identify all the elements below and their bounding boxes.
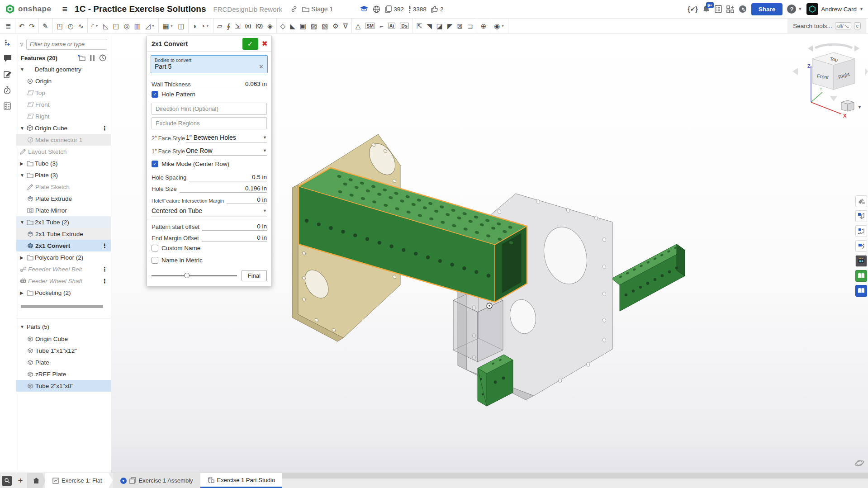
part-item-tube-2-x1-x8-[interactable]: Tube 2"x1"x8": [16, 380, 111, 392]
name-in-metric-row[interactable]: Name in Metric: [147, 254, 271, 266]
new-folder-icon[interactable]: [78, 55, 85, 61]
feature-item-plate-sketch[interactable]: Plate Sketch: [16, 181, 111, 193]
rib-button[interactable]: ▥: [132, 19, 143, 33]
gusset-button[interactable]: ◣: [288, 19, 298, 33]
view-cube-menu-button[interactable]: ▼: [841, 100, 862, 111]
bodies-to-convert-field[interactable]: Bodies to convert Part 5 ✕: [151, 55, 268, 73]
share-button[interactable]: Share: [751, 3, 783, 15]
hole-pattern-checkbox[interactable]: ✓: [152, 91, 158, 98]
bend-button[interactable]: ◥: [424, 19, 434, 33]
cut-list-icon[interactable]: [4, 102, 13, 111]
feature-item-2x1-tube-extrude[interactable]: 2x1 Tube Extrude: [16, 228, 111, 240]
right-green-tube[interactable]: [612, 244, 685, 311]
chevron-down-icon[interactable]: ▼: [20, 220, 27, 225]
tube-feature-button[interactable]: ▣: [298, 19, 308, 33]
boolean-button[interactable]: ◑: [190, 19, 199, 33]
redo-button[interactable]: ↷: [27, 19, 37, 33]
face1-style-dropdown[interactable]: One Row▼: [186, 147, 267, 156]
link-icon[interactable]: [290, 5, 298, 13]
mike-mode-checkbox[interactable]: ✓: [152, 161, 158, 167]
chevron-down-icon[interactable]: ▼: [20, 173, 27, 178]
context-dots-icon[interactable]: ⋮: [102, 278, 107, 284]
centered-on-tube-dropdown[interactable]: Centered on Tube▼: [152, 205, 267, 217]
face2-style-dropdown[interactable]: 1" Between Holes▼: [186, 134, 267, 142]
main-menu-icon[interactable]: ≡: [62, 4, 67, 14]
feature-item-feeeder-wheel-belt[interactable]: Feeeder Wheel Belt⋮: [16, 263, 111, 275]
clear-selection-icon[interactable]: ✕: [259, 63, 264, 70]
blue-doc-panel-button[interactable]: [855, 285, 867, 297]
hole-spacing-input[interactable]: 0.5 in: [189, 174, 267, 181]
suppress-pause-icon[interactable]: [90, 55, 95, 61]
frame-button[interactable]: ◇: [278, 19, 288, 33]
parts-header-row[interactable]: ▼ Parts (5): [16, 320, 111, 333]
feature-item-plate-3-[interactable]: ▼Plate (3): [16, 169, 111, 181]
part-item-origin-cube[interactable]: Origin Cube: [16, 333, 111, 345]
revolve-button[interactable]: ◴: [66, 19, 76, 33]
funnel-button[interactable]: ∇: [341, 19, 350, 33]
part-item-plate[interactable]: Plate: [16, 356, 111, 368]
context-dots-icon[interactable]: ⋮: [102, 125, 107, 132]
feature-item-origin[interactable]: Origin: [16, 75, 111, 87]
home-tab-button[interactable]: [27, 473, 45, 488]
wall-thickness-input[interactable]: 0.063 in: [194, 81, 267, 88]
horizontal-scrollbar[interactable]: [282, 473, 868, 479]
custom-feature-robot-button[interactable]: [855, 255, 867, 267]
chamfer-button[interactable]: ◺: [101, 19, 111, 33]
pattern-start-offset-input[interactable]: 0 in: [202, 223, 267, 231]
ai-assistant-icon[interactable]: [739, 5, 747, 13]
shell-button[interactable]: ◰: [110, 19, 121, 33]
exclude-regions-input[interactable]: Exclude Regions: [152, 117, 267, 129]
hole-size-input[interactable]: 0.196 in: [180, 185, 267, 193]
variable-button[interactable]: (x): [243, 19, 253, 33]
gear-feature-button[interactable]: ⚙: [330, 19, 341, 33]
feature-item-pocketing-2-[interactable]: ▶Pocketing (2): [16, 287, 111, 298]
chevron-right-icon[interactable]: ▶: [20, 255, 27, 260]
feature-item-feeder-wheel-shaft[interactable]: Feeder Wheel Shaft⋮: [16, 275, 111, 287]
pattern-start-offset-row[interactable]: Pattern start offset 0 in: [147, 219, 271, 231]
pocket-button[interactable]: ▧: [319, 19, 330, 33]
filter-input[interactable]: [26, 39, 107, 50]
history-slider[interactable]: [152, 275, 237, 276]
tab-button[interactable]: ◪: [434, 19, 445, 33]
corner-button[interactable]: ◤: [445, 19, 455, 33]
end-margin-offset-input[interactable]: 0 in: [202, 234, 267, 242]
hole-table-button[interactable]: [855, 240, 867, 252]
edit-notes-icon[interactable]: [4, 71, 13, 80]
tasks-icon[interactable]: [715, 5, 722, 13]
finish-button[interactable]: ⊠: [455, 19, 465, 33]
named-views-button[interactable]: [855, 210, 867, 222]
flange-button[interactable]: ⌐: [377, 19, 386, 33]
split-button[interactable]: ◔▼: [199, 19, 212, 33]
view-cube[interactable]: Top Front Right Z X Y: [792, 44, 868, 118]
feature-item-polycarb-floor-2-[interactable]: ▶Polycarb Floor (2): [16, 251, 111, 263]
chevron-right-icon[interactable]: ▶: [20, 161, 27, 166]
doc-tab-exercise-1-assembly[interactable]: ▾Exercise 1 Assembly: [113, 473, 200, 488]
measure-value-button[interactable]: (Q): [253, 19, 265, 33]
end-margin-offset-row[interactable]: End Margin Offset 0 in: [147, 231, 271, 242]
green-doc-panel-button[interactable]: [855, 270, 867, 282]
helix-button[interactable]: ∮: [224, 19, 232, 33]
hole-spacing-row[interactable]: Hole Spacing 0.5 in: [147, 170, 271, 181]
comments-icon[interactable]: [4, 55, 13, 64]
cancel-icon[interactable]: ✖: [262, 39, 268, 48]
orbit-view-icon[interactable]: [854, 458, 864, 468]
section-view-button[interactable]: [855, 225, 867, 237]
relief-button[interactable]: ⊐: [465, 19, 475, 33]
add-tab-button[interactable]: +: [14, 473, 27, 488]
feature-item-plate-mirror[interactable]: Plate Mirror: [16, 204, 111, 216]
intersection-margin-row[interactable]: Hole/Feature Intersection Margin 0 in: [147, 193, 271, 204]
stopwatch-icon[interactable]: [4, 86, 13, 95]
import-derive-button[interactable]: ⇲: [232, 19, 243, 33]
search-tabs-button[interactable]: [0, 473, 14, 488]
slider-knob[interactable]: [184, 273, 190, 278]
plane-button[interactable]: ▱: [215, 19, 225, 33]
feature-item-layout-sketch[interactable]: Layout Sketch: [16, 146, 111, 157]
direction-hint-input[interactable]: Direction Hint (Optional): [152, 103, 267, 115]
hole-button[interactable]: ◎: [122, 19, 132, 33]
convert-button[interactable]: ⇱: [414, 19, 425, 33]
featurescript-icon[interactable]: {✔}: [688, 5, 698, 13]
name-in-metric-checkbox[interactable]: [152, 257, 158, 264]
hole-size-row[interactable]: Hole Size 0.196 in: [147, 181, 271, 193]
doc-tab-exercise-1-part-studio[interactable]: Exercise 1 Part Studio: [200, 473, 283, 488]
chevron-right-icon[interactable]: ▶: [20, 290, 27, 295]
